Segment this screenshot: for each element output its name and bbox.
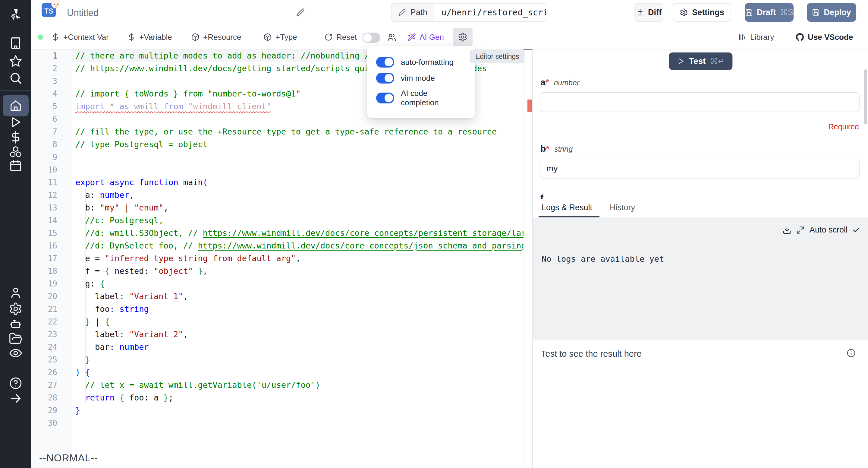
check-icon xyxy=(852,226,860,234)
path-label-section: Path xyxy=(392,4,434,21)
code-line[interactable]: // import { toWords } from "number-to-wo… xyxy=(75,87,301,100)
schedules-calendar-icon[interactable] xyxy=(9,159,23,173)
tab-history[interactable]: History xyxy=(610,203,635,212)
audit-eye-icon[interactable] xyxy=(9,346,23,360)
deploy-label: Deploy xyxy=(824,8,851,17)
edit-summary-pencil-icon[interactable] xyxy=(296,8,305,17)
tab-logs-result[interactable]: Logs & Result xyxy=(541,203,592,212)
test-kbd: ⌘↵ xyxy=(710,57,724,66)
split-divider[interactable] xyxy=(532,50,533,468)
code-line[interactable]: } xyxy=(75,404,80,417)
line-number: 8 xyxy=(31,138,57,151)
editor-settings-gear-button[interactable] xyxy=(453,28,472,47)
auto-formatting-toggle[interactable] xyxy=(376,57,394,67)
auto-formatting-row: auto-formatting xyxy=(376,57,466,67)
folders-folder-open-icon[interactable] xyxy=(9,332,23,346)
code-line[interactable]: import * as wmill from "windmill-client" xyxy=(75,100,271,113)
runs-play-icon[interactable] xyxy=(9,115,23,129)
panel-scrollbar[interactable] xyxy=(864,69,867,124)
line-number: 6 xyxy=(31,113,57,125)
code-line[interactable]: foo: string xyxy=(75,303,149,315)
field-a-input[interactable] xyxy=(540,92,860,112)
save-icon xyxy=(812,8,820,16)
code-line[interactable]: // type Postgresql = object xyxy=(75,138,208,151)
code-line[interactable]: export async function main( xyxy=(75,176,208,189)
info-icon[interactable] xyxy=(846,348,856,358)
add-variable-button[interactable]: +Variable xyxy=(127,25,172,49)
code-line[interactable]: ) { xyxy=(75,366,90,379)
expand-sidebar-arrow-icon[interactable] xyxy=(9,391,23,405)
package-icon xyxy=(264,33,272,41)
code-line[interactable]: // fill the type, or use the +Resource t… xyxy=(75,125,497,138)
path-pencil-icon xyxy=(398,8,406,16)
home-icon[interactable] xyxy=(9,98,23,113)
code-line[interactable]: g: { xyxy=(75,277,105,290)
reset-label: Reset xyxy=(336,33,357,42)
required-error: Required xyxy=(829,122,859,131)
error-marker xyxy=(527,99,532,112)
ai-completion-toggle[interactable] xyxy=(376,93,394,104)
code-line[interactable]: //d: DynSelect_foo, // https://www.windm… xyxy=(75,239,524,252)
code-line[interactable]: } | { xyxy=(75,315,110,328)
draft-button[interactable]: Draft ⌘S xyxy=(745,3,794,22)
line-number: 17 xyxy=(31,252,57,265)
field-b-label: b* string xyxy=(540,144,572,154)
code-line[interactable]: // let x = await wmill.getVariable('u/us… xyxy=(75,379,320,391)
code-line[interactable]: label: "Variant 2", xyxy=(75,328,188,341)
deploy-button[interactable]: Deploy xyxy=(807,3,856,22)
code-line[interactable]: } xyxy=(75,353,90,366)
favorites-star-icon[interactable] xyxy=(9,54,23,68)
resources-boxes-icon[interactable] xyxy=(9,145,23,158)
ai-gen-button[interactable]: AI Gen xyxy=(407,25,444,49)
help-icon[interactable] xyxy=(9,376,23,390)
diff-button[interactable]: Diff xyxy=(634,3,663,22)
code-line[interactable]: //c: Postgresql, xyxy=(75,214,164,227)
code-line[interactable]: e = "inferred type string from default a… xyxy=(75,252,301,265)
test-button[interactable]: Test ⌘↵ xyxy=(669,53,733,70)
ai-completion-row: AI code completion xyxy=(376,89,466,107)
download-icon[interactable] xyxy=(782,226,792,235)
logs-output-area: Auto scroll No logs are available yet xyxy=(533,218,868,340)
add-type-button[interactable]: +Type xyxy=(264,25,297,49)
reset-button[interactable]: Reset xyxy=(324,25,357,49)
line-number: 23 xyxy=(31,328,57,341)
settings-gear-icon xyxy=(680,8,688,17)
code-line[interactable]: f = { nested: "object" }, xyxy=(75,265,208,277)
line-number: 13 xyxy=(31,201,57,214)
field-b-input[interactable]: my xyxy=(540,158,860,178)
use-vscode-button[interactable]: Use VScode xyxy=(796,25,853,49)
variables-dollar-icon[interactable] xyxy=(9,130,23,144)
add-context-var-button[interactable]: +Context Var xyxy=(51,25,109,49)
add-resource-button[interactable]: +Resource xyxy=(191,25,241,49)
multiplayer-toggle[interactable] xyxy=(362,33,380,43)
code-line[interactable]: bar: number xyxy=(75,341,149,353)
code-line[interactable]: //d: wmill.S3Object, // https://www.wind… xyxy=(75,227,524,239)
sidebar-divider xyxy=(0,90,31,91)
result-area: Test to see the result here xyxy=(533,340,868,468)
editor-settings-tooltip: Editor settings xyxy=(470,50,524,63)
search-icon[interactable] xyxy=(9,71,23,85)
path-pill[interactable]: Path u/henri/restored_script xyxy=(391,3,547,22)
code-line[interactable]: a: number, xyxy=(75,189,134,201)
expand-icon[interactable] xyxy=(796,226,805,234)
line-number: 29 xyxy=(31,404,57,417)
workers-robot-icon[interactable] xyxy=(9,317,23,331)
line-number: 10 xyxy=(31,164,57,176)
workspace-building-icon[interactable] xyxy=(9,36,23,50)
line-number: 2 xyxy=(31,62,57,75)
settings-button[interactable]: Settings xyxy=(673,3,731,22)
user-icon[interactable] xyxy=(9,286,23,300)
settings-gear-icon[interactable] xyxy=(9,302,23,316)
code-line[interactable]: label: "Variant 1", xyxy=(75,290,188,303)
line-number: 12 xyxy=(31,189,57,201)
code-line[interactable]: b: "my" | "enum", xyxy=(75,201,168,214)
line-number: 27 xyxy=(31,379,57,391)
vim-mode-toggle[interactable] xyxy=(376,73,394,84)
editor-overview-ruler[interactable] xyxy=(524,50,532,468)
code-line[interactable]: return { foo: a }; xyxy=(75,391,173,404)
dollar-icon xyxy=(51,33,60,41)
line-number: 21 xyxy=(31,303,57,315)
library-button[interactable]: Library xyxy=(738,25,774,49)
dollar-icon xyxy=(127,33,135,41)
auto-scroll-label[interactable]: Auto scroll xyxy=(809,225,847,235)
